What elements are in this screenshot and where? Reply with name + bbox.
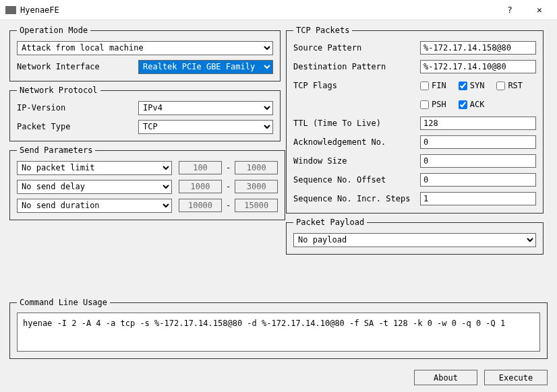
syn-checkbox[interactable] (459, 81, 467, 90)
send-parameters-group: Send Parameters No packet limit - No sen… (9, 145, 285, 220)
send-delay-min (179, 180, 222, 193)
packet-limit-max (235, 161, 278, 174)
rst-checkbox[interactable] (496, 81, 505, 90)
network-protocol-group: Network Protocol IP-Version IPv4 Packet … (9, 86, 281, 141)
about-button[interactable]: About (414, 370, 477, 385)
ack-checkbox[interactable] (459, 100, 467, 109)
packet-limit-min (179, 161, 222, 174)
ack-no-label: Acknowledgement No. (293, 137, 420, 147)
send-delay-max (235, 180, 278, 193)
close-button[interactable]: ✕ (525, 1, 554, 20)
command-line-group: Command Line Usage hyenae -I 2 -A 4 -a t… (9, 298, 548, 359)
network-interface-select[interactable]: Realtek PCIe GBE Family Con (138, 60, 273, 74)
execute-button[interactable]: Execute (484, 370, 548, 385)
tcp-flags-label: TCP Flags (293, 81, 420, 90)
source-pattern-input[interactable] (420, 41, 536, 55)
send-duration-select[interactable]: No send duration (17, 199, 172, 213)
send-delay-select[interactable]: No send delay (17, 180, 172, 194)
window-size-input[interactable] (420, 154, 536, 168)
ttl-input[interactable] (420, 117, 536, 130)
ack-no-input[interactable] (420, 135, 536, 149)
seq-offset-input[interactable] (420, 173, 536, 187)
fin-checkbox[interactable] (420, 81, 429, 90)
seq-offset-label: Sequence No. Offset (293, 175, 420, 185)
psh-checkbox[interactable] (420, 100, 429, 109)
ip-version-select[interactable]: IPv4 (138, 101, 273, 115)
send-duration-max (235, 199, 278, 212)
command-line-output: hyenae -I 2 -A 4 -a tcp -s %-172.17.14.1… (17, 313, 540, 352)
seq-incr-input[interactable] (420, 192, 536, 205)
help-button[interactable]: ? (495, 1, 525, 20)
titlebar: HyenaeFE ? ✕ (0, 0, 557, 20)
ttl-label: TTL (Time To Live) (293, 119, 420, 128)
destination-pattern-input[interactable] (420, 60, 536, 73)
window-size-label: Window Size (293, 156, 420, 166)
packet-payload-group: Packet Payload No payload (286, 218, 544, 255)
operation-mode-group: Operation Mode Attack from local machine… (9, 26, 281, 81)
packet-type-label: Packet Type (17, 122, 138, 131)
attack-mode-select[interactable]: Attack from local machine (17, 41, 273, 55)
app-icon (5, 6, 16, 14)
packet-type-select[interactable]: TCP (138, 120, 273, 134)
destination-pattern-label: Destination Pattern (293, 62, 420, 71)
send-duration-min (179, 199, 222, 212)
window-title: HyenaeFE (20, 5, 495, 15)
network-interface-label: Network Interface (17, 62, 138, 71)
payload-select[interactable]: No payload (293, 233, 536, 247)
source-pattern-label: Source Pattern (293, 43, 420, 53)
seq-incr-label: Sequence No. Incr. Steps (293, 194, 420, 203)
tcp-packets-group: TCP Packets Source Pattern Destination P… (286, 26, 544, 214)
ip-version-label: IP-Version (17, 103, 138, 112)
packet-limit-select[interactable]: No packet limit (17, 161, 172, 175)
